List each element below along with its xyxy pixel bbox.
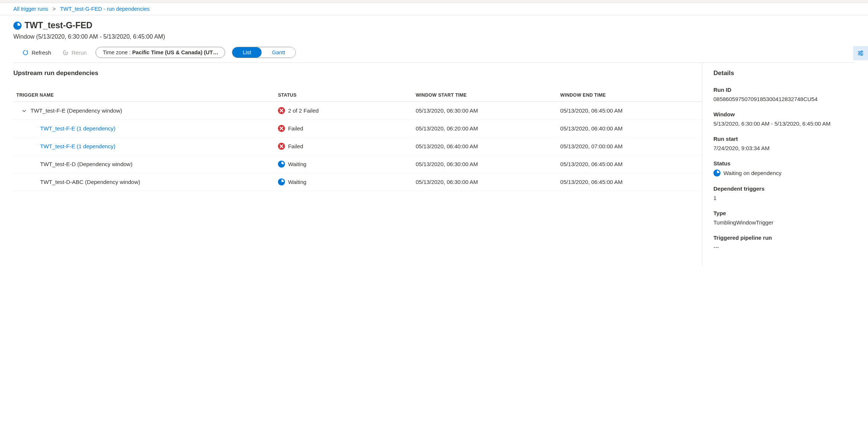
breadcrumb-root-link[interactable]: All trigger runs xyxy=(13,6,48,12)
pipeline-label: Triggered pipeline run xyxy=(713,235,849,241)
window-value: 5/13/2020, 6:30:00 AM - 5/13/2020, 6:45:… xyxy=(713,120,849,127)
table-row[interactable]: TWT_test-F-E (Dependency window)2 of 2 F… xyxy=(13,102,702,120)
clock-icon xyxy=(278,161,285,168)
fail-icon xyxy=(278,107,285,114)
gantt-toggle[interactable]: Gantt xyxy=(262,47,295,58)
window-end: 05/13/2020, 06:45:00 AM xyxy=(557,173,702,191)
fail-icon xyxy=(278,143,285,150)
clock-icon xyxy=(13,22,22,30)
dep-triggers-value: 1 xyxy=(713,195,849,201)
refresh-button[interactable]: Refresh xyxy=(20,48,54,57)
timezone-selector[interactable]: Time zone : Pacific Time (US & Canada) (… xyxy=(95,47,225,58)
trigger-name[interactable]: TWT_test-F-E (1 dependency) xyxy=(40,125,116,132)
sliders-icon xyxy=(857,50,864,56)
clock-icon xyxy=(713,169,720,177)
window-start: 05/13/2020, 06:20:00 AM xyxy=(413,120,557,138)
status-text: 2 of 2 Failed xyxy=(288,107,319,114)
details-status-value: Waiting on dependency xyxy=(713,169,849,177)
breadcrumb-separator: > xyxy=(50,6,59,12)
settings-button[interactable] xyxy=(853,46,868,60)
timezone-label: Time zone : xyxy=(103,49,132,55)
run-id-label: Run ID xyxy=(713,87,849,93)
run-start-label: Run start xyxy=(713,136,849,142)
status-text: Failed xyxy=(288,125,303,132)
details-panel: Details Run ID 0858605975070918530041283… xyxy=(702,63,855,266)
status-text: Waiting xyxy=(288,161,306,167)
window-start: 05/13/2020, 06:30:00 AM xyxy=(413,155,557,173)
toolbar: Refresh Rerun Time zone : Pacific Time (… xyxy=(13,47,855,63)
details-title: Details xyxy=(713,69,849,77)
window-start: 05/13/2020, 06:30:00 AM xyxy=(413,173,557,191)
table-row[interactable]: TWT_test-F-E (1 dependency)Failed05/13/2… xyxy=(13,138,702,155)
col-start[interactable]: WINDOW START TIME xyxy=(413,89,557,102)
trigger-name: TWT_test-D-ABC (Dependency window) xyxy=(40,179,140,185)
window-end: 05/13/2020, 07:00:00 AM xyxy=(557,138,702,155)
table-row[interactable]: TWT_test-E-D (Dependency window)Waiting0… xyxy=(13,155,702,173)
trigger-name: TWT_test-E-D (Dependency window) xyxy=(40,161,132,167)
window-start: 05/13/2020, 06:40:00 AM xyxy=(413,138,557,155)
status-text: Failed xyxy=(288,143,303,149)
chevron-down-icon[interactable] xyxy=(22,108,27,113)
refresh-label: Refresh xyxy=(32,49,51,56)
breadcrumb: All trigger runs > TWT_test-G-FED - run … xyxy=(0,3,868,15)
breadcrumb-current-link[interactable]: TWT_test-G-FED - run dependencies xyxy=(60,6,150,12)
rerun-label: Rerun xyxy=(72,49,87,56)
col-status[interactable]: STATUS xyxy=(275,89,413,102)
view-toggle: List Gantt xyxy=(232,47,296,58)
type-label: Type xyxy=(713,210,849,216)
run-start-value: 7/24/2020, 9:03:34 AM xyxy=(713,145,849,151)
refresh-icon xyxy=(22,49,29,56)
details-status-text: Waiting on dependency xyxy=(723,170,781,176)
upstream-section-title: Upstream run dependencies xyxy=(13,69,702,77)
window-top-bar xyxy=(0,0,868,3)
trigger-name: TWT_test-F-E (Dependency window) xyxy=(30,107,122,114)
window-subtitle: Window (5/13/2020, 6:30:00 AM - 5/13/202… xyxy=(13,33,855,40)
window-end: 05/13/2020, 06:40:00 AM xyxy=(557,120,702,138)
window-start: 05/13/2020, 06:30:00 AM xyxy=(413,102,557,120)
window-label: Window xyxy=(713,111,849,117)
clock-icon xyxy=(278,178,285,185)
col-end[interactable]: WINDOW END TIME xyxy=(557,89,702,102)
status-text: Waiting xyxy=(288,179,306,185)
pipeline-value: --- xyxy=(713,244,849,250)
rerun-icon xyxy=(62,49,69,56)
rerun-button: Rerun xyxy=(60,48,89,57)
window-end: 05/13/2020, 06:45:00 AM xyxy=(557,155,702,173)
type-value: TumblingWindowTrigger xyxy=(713,219,849,226)
dependencies-table: TRIGGER NAME STATUS WINDOW START TIME WI… xyxy=(13,89,702,191)
fail-icon xyxy=(278,125,285,132)
window-end: 05/13/2020, 06:45:00 AM xyxy=(557,102,702,120)
list-toggle[interactable]: List xyxy=(232,47,262,58)
timezone-value: Pacific Time (US & Canada) (UT… xyxy=(132,49,218,55)
page-title: TWT_test-G-FED xyxy=(25,20,93,30)
run-id-value: 08586059750709185300412832748CU54 xyxy=(713,96,849,102)
col-trigger-name[interactable]: TRIGGER NAME xyxy=(13,89,275,102)
table-row[interactable]: TWT_test-F-E (1 dependency)Failed05/13/2… xyxy=(13,120,702,138)
trigger-name[interactable]: TWT_test-F-E (1 dependency) xyxy=(40,143,116,149)
details-status-label: Status xyxy=(713,160,849,166)
table-row[interactable]: TWT_test-D-ABC (Dependency window)Waitin… xyxy=(13,173,702,191)
dep-triggers-label: Dependent triggers xyxy=(713,185,849,192)
